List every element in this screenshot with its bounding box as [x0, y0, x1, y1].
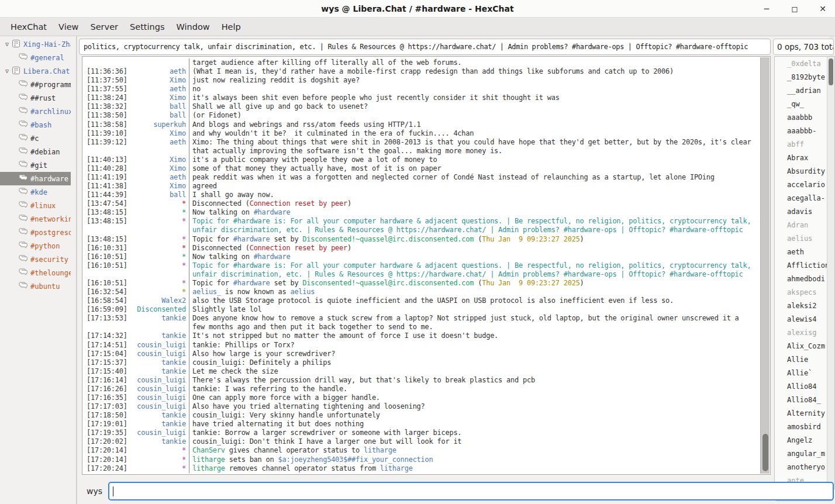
tree-item-label: #hardware	[30, 175, 68, 183]
expander-icon[interactable]: ▽	[2, 68, 12, 74]
tree-channel--python[interactable]: #python	[0, 239, 71, 253]
nick: ball	[132, 111, 189, 120]
channel-icon	[19, 147, 30, 156]
user-list-item[interactable]: Alternity	[775, 406, 834, 420]
message-segment: Topic for	[192, 235, 233, 243]
user-list-item[interactable]: Allio84_	[775, 393, 834, 406]
topic-bar[interactable]: politics, cryptocurrency talk, unfair di…	[79, 39, 771, 55]
chat-line: few months ago and then put it back toge…	[82, 323, 758, 332]
channel-icon	[19, 282, 30, 291]
message-segment: Connection reset by peer	[250, 199, 347, 208]
message-segment: just now realizing reddit is dogshit aye…	[192, 76, 360, 84]
user-list-item[interactable]: adavis	[775, 205, 834, 218]
user-list-item[interactable]: ahmedbodi	[775, 272, 834, 285]
menu-window[interactable]: Window	[171, 18, 216, 36]
user-list-item[interactable]: alewis4	[775, 312, 834, 326]
user-list-item[interactable]: anotheryo	[775, 460, 834, 474]
menu-settings[interactable]: Settings	[124, 18, 170, 36]
maximize-icon[interactable]: ◻	[787, 1, 802, 16]
tree-channel--security[interactable]: #security	[0, 253, 71, 266]
user-list-item[interactable]: amosbird	[775, 420, 834, 433]
user-list-item[interactable]: Adran	[775, 218, 834, 232]
user-list-items: _0xdelta_8192byte__adrian_qw_aaabbbaaabb…	[775, 57, 834, 487]
menu-hexchat[interactable]: HexChat	[5, 18, 53, 36]
user-list-item[interactable]: acegalla-	[775, 191, 834, 205]
tree-channel--rust[interactable]: ##rust	[0, 91, 71, 105]
message-segment: set by	[270, 279, 303, 287]
message-segment: There's always the percussion drill way,…	[192, 376, 535, 384]
chat-scrollbar-thumb[interactable]	[762, 434, 768, 471]
user-list-item[interactable]: Abrax	[775, 151, 834, 164]
user-list-item[interactable]: aelius	[775, 232, 834, 245]
user-list-item[interactable]: aaabbb	[775, 111, 834, 124]
tree-splitter[interactable]	[76, 36, 77, 504]
message-segment: some of that money they actually have, m…	[192, 164, 441, 172]
menu-view[interactable]: View	[53, 18, 84, 36]
tree-channel--kde[interactable]: #kde	[0, 185, 71, 199]
nick: aeth	[132, 138, 189, 147]
tree-channel--debian[interactable]: #debian	[0, 145, 71, 158]
tree-channel--networking[interactable]: #networking	[0, 212, 71, 226]
tree-channel--c[interactable]: #c	[0, 132, 71, 145]
user-list-item[interactable]: _8192byte	[775, 70, 834, 84]
chat-line: [11:40:28]Ximosome of that money they ac…	[82, 164, 758, 173]
expander-icon[interactable]: ▽	[2, 41, 12, 47]
timestamp: [11:37:55]	[82, 85, 132, 94]
chat-line: unfair discrimination, etc. | Rules & Re…	[82, 270, 758, 279]
close-icon[interactable]: ✕	[815, 1, 830, 16]
chat-line: [17:15:04]cousin_luigiAlso how large is …	[82, 350, 758, 358]
user-list-item[interactable]: _0xdelta	[775, 57, 834, 70]
tree-channel--bash[interactable]: #bash	[0, 118, 71, 132]
userlist-scrollbar[interactable]	[827, 57, 834, 488]
tree-channel--ubuntu[interactable]: #ubuntu	[0, 279, 71, 293]
user-list-item[interactable]: Alix_Cozm	[775, 339, 834, 353]
message-segment: Thu Jan 9 09:23:27 2025	[482, 279, 579, 287]
user-list-item[interactable]: Allie	[775, 353, 834, 366]
channel-icon	[19, 120, 30, 129]
userlist-scrollbar-thumb[interactable]	[829, 58, 833, 85]
tree-channel--git[interactable]: #git	[0, 158, 71, 172]
tree-channel--hardware[interactable]: #hardware	[0, 172, 71, 185]
user-list-item[interactable]: akspecs	[775, 285, 834, 299]
menu-help[interactable]: Help	[216, 18, 247, 36]
user-list-item[interactable]: Allie`	[775, 366, 834, 379]
nick	[132, 226, 189, 234]
user-list-item[interactable]: _qw_	[775, 97, 834, 111]
nick	[132, 323, 189, 332]
user-list-item[interactable]: accelario	[775, 178, 834, 191]
tree-server-libera-chat[interactable]: ▽Libera.Chat	[0, 64, 71, 78]
chat-line: [17:19:01]tankiehave tried alternating i…	[82, 420, 758, 429]
timestamp: [17:18:50]	[82, 411, 132, 420]
user-list-item[interactable]: abff	[775, 137, 834, 151]
tree-channel--general[interactable]: #general	[0, 51, 71, 64]
tree-channel--thelounge[interactable]: #thelounge	[0, 266, 71, 279]
message: that actually improving the software isn…	[189, 147, 758, 156]
message-segment: Connection reset by peer	[250, 244, 347, 252]
user-list-item[interactable]: Angelz	[775, 433, 834, 447]
user-list-item[interactable]: Allio84	[775, 379, 834, 393]
user-list-item[interactable]: aleksi2	[775, 299, 834, 312]
minimize-icon[interactable]: ─	[759, 1, 774, 16]
menubar: HexChatViewServerSettingsWindowHelp	[0, 18, 835, 36]
tree-server-xing-hai-zhan[interactable]: ▽Xing-Hai-Zhan	[0, 37, 71, 51]
message-segment: Thu Jan 9 09:23:27 2025	[482, 235, 579, 243]
message: Does anyone know how to remove a stuck s…	[189, 314, 758, 323]
user-list-item[interactable]: aeth	[775, 245, 834, 258]
user-list-item[interactable]: angular_m	[775, 447, 834, 460]
user-list-item[interactable]: __adrian	[775, 84, 834, 97]
tree-channel--postgresql[interactable]: #postgresql	[0, 226, 71, 239]
user-list-item[interactable]: aaabbb-	[775, 124, 834, 137]
chat-scrollbar[interactable]	[760, 57, 770, 474]
tree-channel--linux[interactable]: #linux	[0, 199, 71, 212]
chat-line: [16:10:51]*Now talking on #hardware	[82, 253, 758, 261]
tree-channel--archlinux[interactable]: #archlinux	[0, 105, 71, 118]
message-input[interactable]	[108, 482, 834, 500]
tree-channel--programming[interactable]: ##programming	[0, 78, 71, 91]
own-nick-label[interactable]: wys	[82, 486, 108, 496]
nick: *	[132, 235, 189, 244]
user-list-item[interactable]: Absurdity	[775, 164, 834, 178]
user-list-item[interactable]: Affliction	[775, 258, 834, 272]
menu-server[interactable]: Server	[84, 18, 124, 36]
user-list-item[interactable]: alexisg	[775, 326, 834, 339]
message: I shall go away now.	[189, 191, 758, 199]
